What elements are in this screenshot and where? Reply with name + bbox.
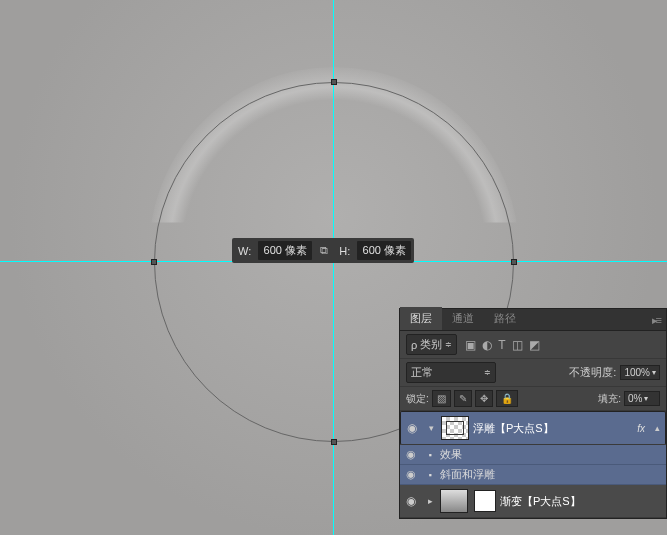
smart-filter-icon[interactable]: ◩ (529, 338, 540, 352)
tab-channels[interactable]: 通道 (442, 307, 484, 330)
width-label: W: (235, 245, 254, 257)
layers-panel[interactable]: 图层 通道 路径 ▸≡ ρ 类别 ≑ ▣ ◐ T ◫ ◩ 正常 ≑ 不透明度: … (399, 308, 667, 519)
width-value[interactable]: 600 像素 (258, 241, 312, 260)
visibility-icon[interactable]: ◉ (402, 494, 420, 508)
panel-menu-icon[interactable]: ▸≡ (646, 311, 666, 330)
visibility-icon[interactable]: ◉ (402, 468, 420, 481)
anchor-bottom[interactable] (331, 439, 337, 445)
blend-row: 正常 ≑ 不透明度: 100%▾ (400, 359, 666, 387)
link-icon[interactable]: ⧉ (316, 244, 332, 257)
filter-icons: ▣ ◐ T ◫ ◩ (465, 338, 539, 352)
layer-row-gradient[interactable]: ◉ ▸ 渐变【P大点S】 (400, 485, 666, 518)
panel-tabs: 图层 通道 路径 ▸≡ (400, 309, 666, 331)
lock-row: 锁定: ▨ ✎ ✥ 🔒 填充: 0%▾ (400, 387, 666, 411)
expand-icon[interactable]: ▾ (425, 423, 437, 433)
adjustment-filter-icon[interactable]: ◐ (482, 338, 492, 352)
opacity-input[interactable]: 100%▾ (620, 365, 660, 380)
blend-mode-select[interactable]: 正常 ≑ (406, 362, 496, 383)
lock-position-icon[interactable]: ✥ (475, 390, 493, 407)
layer-thumbnail[interactable] (441, 416, 469, 440)
transform-dimensions: W: 600 像素 ⧉ H: 600 像素 (232, 238, 414, 263)
expand-icon[interactable]: ▸ (424, 496, 436, 506)
anchor-right[interactable] (511, 259, 517, 265)
fx-badge[interactable]: fx (637, 423, 647, 434)
filter-row: ρ 类别 ≑ ▣ ◐ T ◫ ◩ (400, 331, 666, 359)
height-value[interactable]: 600 像素 (357, 241, 411, 260)
fill-label: 填充: (598, 392, 621, 406)
layer-effects-header[interactable]: ◉ ▪ 效果 (400, 445, 666, 465)
effects-label: 效果 (440, 447, 462, 462)
anchor-top[interactable] (331, 79, 337, 85)
layer-list: ◉ ▾ 浮雕【P大点S】 fx ▴ ◉ ▪ 效果 ◉ ▪ 斜面和浮雕 ◉ ▸ 渐… (400, 411, 666, 518)
visibility-icon[interactable]: ◉ (403, 421, 421, 435)
layer-mask-thumbnail[interactable] (474, 490, 496, 512)
layer-name[interactable]: 渐变【P大点S】 (500, 494, 664, 509)
lock-transparency-icon[interactable]: ▨ (432, 390, 451, 407)
layer-name[interactable]: 浮雕【P大点S】 (473, 421, 633, 436)
opacity-label: 不透明度: (569, 365, 616, 380)
visibility-icon[interactable]: ◉ (402, 448, 420, 461)
layer-row-emboss[interactable]: ◉ ▾ 浮雕【P大点S】 fx ▴ (400, 411, 666, 445)
type-filter-icon[interactable]: T (498, 338, 505, 352)
height-label: H: (336, 245, 353, 257)
anchor-left[interactable] (151, 259, 157, 265)
layer-thumbnail[interactable] (440, 489, 468, 513)
fx-expand-icon[interactable]: ▴ (651, 423, 663, 433)
lock-label: 锁定: (406, 392, 429, 406)
chevron-down-icon: ≑ (484, 368, 491, 377)
shape-filter-icon[interactable]: ◫ (512, 338, 523, 352)
bevel-label: 斜面和浮雕 (440, 467, 495, 482)
tab-layers[interactable]: 图层 (400, 307, 442, 330)
layer-effect-bevel[interactable]: ◉ ▪ 斜面和浮雕 (400, 465, 666, 485)
tab-paths[interactable]: 路径 (484, 307, 526, 330)
image-filter-icon[interactable]: ▣ (465, 338, 476, 352)
chevron-down-icon: ≑ (445, 340, 452, 349)
lock-all-icon[interactable]: 🔒 (496, 390, 518, 407)
filter-kind-select[interactable]: ρ 类别 ≑ (406, 334, 457, 355)
fill-input[interactable]: 0%▾ (624, 391, 660, 406)
lock-pixels-icon[interactable]: ✎ (454, 390, 472, 407)
